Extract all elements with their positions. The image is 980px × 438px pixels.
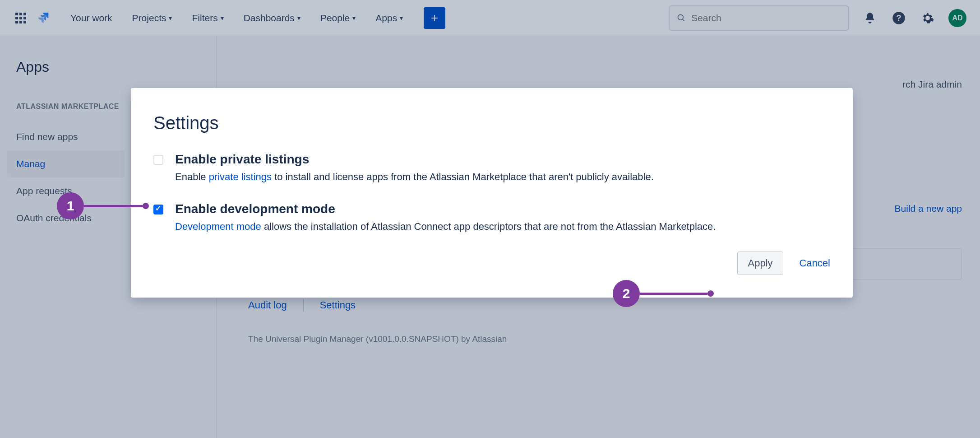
annotation-2: 2 [613, 280, 714, 307]
setting-title: Enable private listings [175, 152, 830, 167]
setting-title: Enable development mode [175, 202, 830, 216]
annotation-marker: 2 [613, 280, 640, 307]
settings-modal: Settings Enable private listings Enable … [131, 88, 853, 298]
cancel-button[interactable]: Cancel [800, 257, 830, 269]
setting-desc: Enable private listings to install and l… [175, 169, 830, 185]
annotation-marker: 1 [57, 192, 84, 219]
apply-button[interactable]: Apply [737, 252, 783, 275]
modal-actions: Apply Cancel [153, 252, 830, 275]
setting-private-listings: Enable private listings Enable private l… [153, 152, 830, 185]
development-mode-link[interactable]: Development mode [175, 221, 261, 232]
setting-development-mode: Enable development mode Development mode… [153, 202, 830, 234]
checkbox-private-listings[interactable] [153, 155, 163, 165]
setting-desc: Development mode allows the installation… [175, 219, 830, 234]
checkbox-development-mode[interactable] [153, 205, 163, 214]
annotation-1: 1 [57, 192, 149, 219]
private-listings-link[interactable]: private listings [209, 171, 272, 182]
modal-title: Settings [153, 113, 830, 133]
